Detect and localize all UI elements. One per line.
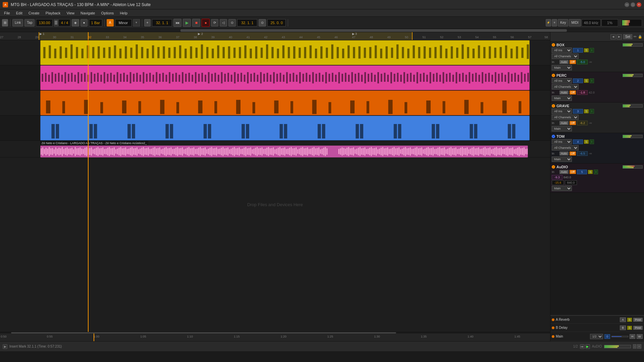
- empty-track-area[interactable]: Drop Files and Devices Here: [0, 158, 550, 251]
- link-button[interactable]: Link: [12, 19, 23, 26]
- clip-perc-1[interactable]: [40, 65, 530, 90]
- channel-grave-power[interactable]: [552, 104, 555, 108]
- return-a-dot[interactable]: [552, 318, 554, 321]
- return-a-post[interactable]: Post: [633, 318, 643, 322]
- maximize-button[interactable]: □: [631, 2, 635, 7]
- bottom-scrollbar[interactable]: [11, 332, 396, 334]
- offset-display[interactable]: 25. 0. 0: [267, 19, 286, 26]
- channel-tom-channel[interactable]: All Channels: [552, 145, 579, 150]
- channel-perc-input[interactable]: All Ins: [552, 78, 572, 83]
- bpm-display[interactable]: 130.00: [36, 19, 53, 26]
- channel-perc-power[interactable]: [552, 74, 555, 77]
- return-b-s[interactable]: S: [627, 326, 632, 330]
- position-display-2[interactable]: 32. 1. 1: [237, 19, 257, 26]
- channel-grave-volume[interactable]: -6.2: [577, 121, 588, 125]
- menu-playback[interactable]: Playback: [43, 10, 63, 16]
- channel-audio-main[interactable]: Main: [552, 186, 572, 191]
- channel-grave-input[interactable]: All Ins: [552, 109, 572, 114]
- channel-perc-auto[interactable]: Auto: [559, 90, 569, 95]
- loop-size-display[interactable]: 1 Bar: [89, 19, 102, 26]
- channel-audio-s[interactable]: S: [588, 170, 593, 174]
- channel-grave-auto[interactable]: Auto: [559, 121, 569, 125]
- channel-box-main[interactable]: Main: [552, 65, 572, 70]
- metro-btn[interactable]: ●: [80, 19, 87, 26]
- channel-grave-s[interactable]: S: [584, 109, 589, 113]
- menu-edit[interactable]: Edit: [13, 10, 25, 16]
- scale-dropdown[interactable]: ▼: [133, 19, 140, 26]
- record-button[interactable]: ●: [202, 19, 210, 27]
- clip-audio-1[interactable]: [40, 145, 528, 158]
- punch-in[interactable]: ◁: [220, 19, 227, 26]
- window-controls[interactable]: ─ □ ✕: [625, 2, 641, 7]
- top-scrollbar[interactable]: [0, 29, 644, 32]
- status-minus[interactable]: -: [633, 344, 637, 349]
- back-button[interactable]: ⏮: [173, 19, 181, 27]
- mixer-lock-icon[interactable]: 🔒: [638, 35, 642, 39]
- cpu-icon[interactable]: ⚡: [546, 19, 551, 26]
- channel-tom-power[interactable]: [552, 135, 555, 138]
- channel-perc-volume[interactable]: -1.8: [577, 90, 588, 95]
- mixer-nav-right[interactable]: ▶: [616, 34, 622, 40]
- channel-grave-channel[interactable]: All Channels: [552, 115, 579, 120]
- menu-navigate[interactable]: Navigate: [78, 10, 98, 16]
- mixer-nav-left[interactable]: ◀: [610, 34, 616, 40]
- channel-audio-i-btn[interactable]: I: [594, 170, 598, 174]
- status-back-btn[interactable]: ⏮: [580, 344, 585, 349]
- channel-box-channel[interactable]: All Channels: [552, 54, 579, 59]
- channel-box-i-btn[interactable]: I: [590, 48, 594, 53]
- top-scrollbar-thumb[interactable]: [180, 29, 567, 32]
- channel-tom-i-btn[interactable]: I: [590, 139, 594, 144]
- return-a-s[interactable]: S: [627, 318, 632, 322]
- channel-perc-s[interactable]: S: [584, 79, 589, 83]
- channel-grave-off[interactable]: Off: [570, 121, 576, 125]
- return-main-ratio[interactable]: 1/2: [590, 334, 603, 339]
- time-sig-display[interactable]: 4 / 4: [58, 19, 70, 26]
- channel-tom-input[interactable]: All Ins: [552, 139, 572, 144]
- channel-box-s[interactable]: S: [584, 48, 589, 52]
- return-main-w[interactable]: W: [637, 334, 643, 339]
- metronome-button[interactable]: ◈: [72, 19, 79, 26]
- channel-tom-main[interactable]: Main: [552, 157, 572, 162]
- capture-btn[interactable]: ⊙: [259, 19, 266, 26]
- channel-tom-off[interactable]: Off: [570, 152, 576, 156]
- channel-audio-off[interactable]: Off: [570, 170, 576, 174]
- key-button[interactable]: A: [107, 19, 114, 26]
- position-display-1[interactable]: 32. 1. 1: [152, 19, 172, 26]
- channel-grave-i-btn[interactable]: I: [590, 109, 594, 114]
- channel-box-volume[interactable]: -5.0: [577, 60, 588, 64]
- punch-out[interactable]: ⊙: [228, 19, 236, 26]
- channel-tom-s[interactable]: S: [584, 140, 589, 144]
- mixer-icon[interactable]: ≡: [552, 19, 557, 26]
- menu-view[interactable]: View: [64, 10, 77, 16]
- return-b-dot[interactable]: [552, 326, 554, 329]
- channel-perc-channel[interactable]: All Channels: [552, 84, 579, 89]
- channel-perc-main[interactable]: Main: [552, 96, 572, 101]
- arrangement-view-btn[interactable]: ⊞: [2, 19, 8, 26]
- clip-box-1[interactable]: [40, 40, 530, 65]
- set-label[interactable]: Set: [623, 34, 632, 39]
- channel-audio-power[interactable]: [552, 165, 555, 169]
- return-main-dot[interactable]: [552, 335, 554, 338]
- menu-create[interactable]: Create: [26, 10, 42, 16]
- channel-audio-auto[interactable]: Auto: [559, 170, 569, 174]
- mixer-edit-icon[interactable]: ✏: [634, 35, 637, 39]
- return-main-h[interactable]: H: [630, 334, 635, 339]
- clip-grave-1[interactable]: [40, 90, 530, 115]
- scale-display[interactable]: Minor: [115, 19, 132, 26]
- stop-button[interactable]: ■: [192, 19, 200, 27]
- menu-file[interactable]: File: [1, 10, 13, 16]
- channel-perc-off[interactable]: Off: [570, 90, 576, 95]
- minimize-button[interactable]: ─: [625, 2, 629, 7]
- midi-label[interactable]: MIDI: [569, 19, 581, 26]
- channel-box-input[interactable]: All Ins: [552, 48, 572, 53]
- play-button[interactable]: ▶: [183, 19, 191, 27]
- draw-tool[interactable]: +: [144, 19, 151, 26]
- channel-box-power[interactable]: [552, 43, 555, 47]
- key-label[interactable]: Key: [558, 19, 568, 26]
- channel-grave-main[interactable]: Main: [552, 126, 572, 131]
- channel-box-off[interactable]: Off: [570, 60, 576, 64]
- tap-button[interactable]: Tap: [24, 19, 35, 26]
- status-plus[interactable]: +: [637, 344, 641, 349]
- close-button[interactable]: ✕: [637, 2, 641, 7]
- clip-tom-1[interactable]: [40, 116, 530, 140]
